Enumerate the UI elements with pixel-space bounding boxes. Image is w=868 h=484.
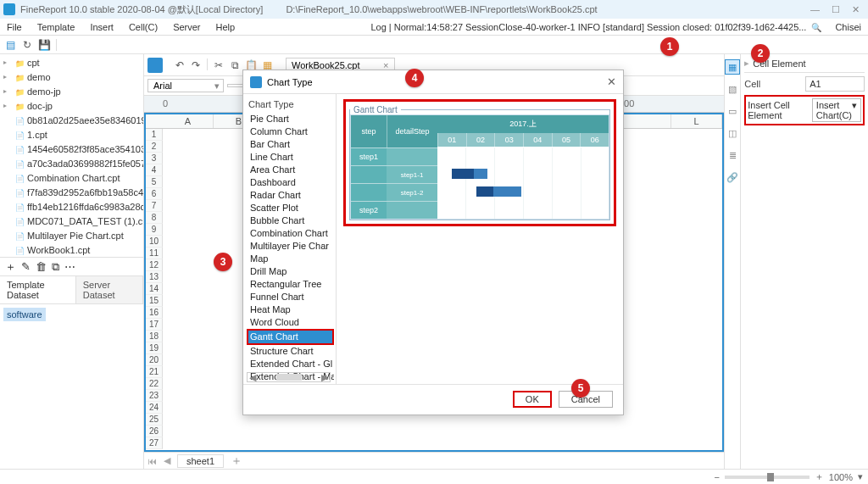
tab-server-dataset[interactable]: Server Dataset: [76, 276, 143, 303]
chart-type-item[interactable]: Line Chart: [248, 151, 334, 164]
menu-help[interactable]: Help: [216, 22, 236, 32]
add-sheet-icon[interactable]: ＋: [231, 453, 242, 469]
maximize-button[interactable]: ☐: [832, 4, 840, 15]
search-icon[interactable]: [811, 22, 821, 32]
delete-dataset-icon[interactable]: 🗑: [36, 260, 47, 273]
more-dataset-icon[interactable]: ⋯: [64, 260, 75, 273]
cell-value-input[interactable]: A1: [805, 76, 865, 92]
row-header[interactable]: 1: [146, 129, 163, 141]
chart-type-item[interactable]: Gantt Chart: [247, 329, 334, 345]
menu-cell[interactable]: Cell(C): [129, 22, 158, 32]
tree-folder[interactable]: 📁demo-jp: [0, 85, 143, 99]
chart-type-item[interactable]: Extended Chart - Da: [248, 383, 334, 384]
tree-file[interactable]: 📄MDC071_DATA_TEST (1).cpt: [0, 214, 143, 229]
chart-type-item[interactable]: Scatter Plot: [248, 202, 334, 214]
chart-type-item[interactable]: Rectangular Tree: [248, 278, 334, 291]
menu-template[interactable]: Template: [37, 22, 75, 32]
refresh-icon[interactable]: ↻: [20, 38, 34, 52]
row-header[interactable]: 18: [146, 331, 163, 342]
tree-folder[interactable]: 📁demo: [0, 70, 143, 85]
chart-type-item[interactable]: Funnel Chart: [248, 291, 334, 303]
tree-file[interactable]: 📄ffb14eb1216ffda6c9983a28c38ede4: [0, 200, 143, 214]
copy-dataset-icon[interactable]: ⧉: [52, 260, 59, 274]
row-header[interactable]: 5: [146, 176, 163, 188]
menu-server[interactable]: Server: [173, 22, 200, 32]
row-header[interactable]: 6: [146, 188, 163, 200]
cond-panel-icon[interactable]: ≣: [725, 147, 740, 163]
row-header[interactable]: 24: [146, 402, 163, 414]
tree-file[interactable]: 📄1.cpt: [0, 128, 143, 142]
tree-file[interactable]: 📄1454e60582f3f85ace3541034dc4e38: [0, 142, 143, 157]
menu-file[interactable]: File: [7, 22, 22, 32]
copy-icon[interactable]: ⧉: [228, 58, 242, 72]
row-header[interactable]: 17: [146, 319, 163, 331]
tree-folder[interactable]: 📁doc-jp: [0, 99, 143, 114]
tree-file[interactable]: 📄0b81a02d25aee35e834601931314013: [0, 114, 143, 128]
close-tab-icon[interactable]: ×: [383, 60, 388, 70]
insert-cell-element-select[interactable]: Insert Chart(C)▾: [812, 98, 861, 122]
sheet-nav-prev-icon[interactable]: ◀: [164, 455, 170, 466]
column-header[interactable]: A: [163, 114, 214, 128]
tree-file[interactable]: 📄f7fa839d2952a6fbb19a58c4936418e: [0, 186, 143, 200]
save-icon[interactable]: 💾: [37, 38, 51, 52]
chart-type-item[interactable]: Drill Map: [248, 265, 334, 278]
new-icon[interactable]: ▤: [3, 38, 17, 52]
zoom-slider[interactable]: [725, 476, 810, 479]
cell-attr-panel-icon[interactable]: ▧: [725, 81, 740, 97]
user-name[interactable]: Chisei: [835, 22, 861, 32]
cell-element-panel-icon[interactable]: ▦: [725, 59, 740, 75]
tab-template-dataset[interactable]: Template Dataset: [0, 276, 76, 303]
row-header[interactable]: 20: [146, 354, 163, 366]
row-header[interactable]: 12: [146, 259, 163, 271]
zoom-out-icon[interactable]: −: [714, 472, 719, 482]
close-button[interactable]: ✕: [852, 4, 860, 15]
widget-panel-icon[interactable]: ◫: [725, 125, 740, 141]
row-header[interactable]: 9: [146, 224, 163, 236]
dialog-close-icon[interactable]: ✕: [607, 75, 616, 88]
tree-file[interactable]: 📄Multilayer Pie Chart.cpt: [0, 229, 143, 243]
tree-file[interactable]: 📄Combination Chart.cpt: [0, 171, 143, 186]
sheet-tab[interactable]: sheet1: [177, 454, 224, 468]
chart-type-item[interactable]: Heat Map: [248, 303, 334, 316]
chart-type-item[interactable]: Pie Chart: [248, 113, 334, 125]
row-header[interactable]: 23: [146, 390, 163, 402]
gantt-preview[interactable]: stepdetailStep2017.上010203040506step1ste…: [350, 114, 609, 220]
row-header[interactable]: 27: [146, 437, 163, 449]
chart-type-item[interactable]: Word Cloud: [248, 316, 334, 329]
row-header[interactable]: 14: [146, 283, 163, 295]
list-horizontal-scrollbar[interactable]: ◀▶: [247, 372, 331, 382]
chart-type-item[interactable]: Multilayer Pie Char: [248, 240, 334, 253]
zoom-dropdown-icon[interactable]: ▾: [858, 471, 863, 482]
cut-icon[interactable]: ✂: [212, 58, 225, 72]
redo-icon[interactable]: ↷: [189, 58, 203, 72]
chart-type-item[interactable]: Bubble Chart: [248, 214, 334, 227]
row-header[interactable]: 22: [146, 378, 163, 390]
undo-icon[interactable]: ↶: [173, 58, 186, 72]
row-header[interactable]: 11: [146, 248, 163, 259]
tree-file[interactable]: 📄WorkBook1.cpt: [0, 243, 143, 258]
ok-button[interactable]: OK: [513, 391, 552, 408]
row-header[interactable]: 13: [146, 271, 163, 283]
chart-type-item[interactable]: Radar Chart: [248, 189, 334, 202]
column-header[interactable]: [620, 114, 671, 128]
dataset-item[interactable]: software: [3, 308, 46, 321]
sheet-nav-first-icon[interactable]: ⏮: [147, 456, 157, 466]
chart-type-item[interactable]: Map: [248, 253, 334, 265]
row-header[interactable]: 15: [146, 295, 163, 307]
add-dataset-icon[interactable]: ＋: [5, 259, 16, 275]
row-header[interactable]: 4: [146, 164, 163, 176]
chart-type-item[interactable]: Dashboard: [248, 176, 334, 189]
chart-type-item[interactable]: Bar Chart: [248, 138, 334, 151]
chart-type-item[interactable]: Extended Chart - Gl: [248, 358, 334, 370]
row-header[interactable]: 19: [146, 342, 163, 354]
chart-type-item[interactable]: Area Chart: [248, 164, 334, 176]
chart-type-item[interactable]: Structure Chart: [248, 345, 334, 358]
row-header[interactable]: 21: [146, 366, 163, 378]
tree-file[interactable]: 📄a70c3ada03699882f15fe057ae5c9f1: [0, 157, 143, 171]
menu-insert[interactable]: Insert: [90, 22, 114, 32]
edit-dataset-icon[interactable]: ✎: [21, 260, 31, 273]
chart-type-item[interactable]: Column Chart: [248, 125, 334, 138]
view-mode-icon[interactable]: [147, 58, 163, 73]
float-panel-icon[interactable]: ▭: [725, 103, 740, 119]
link-panel-icon[interactable]: 🔗: [725, 170, 740, 185]
